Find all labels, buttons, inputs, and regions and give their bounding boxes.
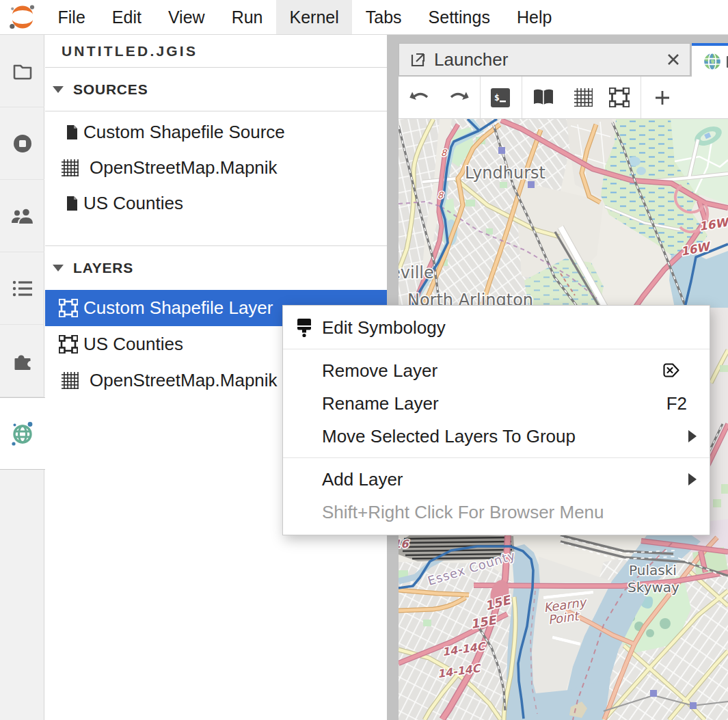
tab-launcher-label: Launcher	[434, 49, 666, 70]
menu-divider	[283, 457, 710, 458]
sidebar-tab-extensions[interactable]	[0, 325, 44, 397]
jupyter-logo	[8, 3, 38, 31]
list-icon	[12, 280, 33, 297]
collapse-caret-icon	[53, 86, 64, 93]
menu-settings[interactable]: Settings	[415, 0, 503, 34]
vector-layer-icon	[59, 335, 78, 354]
layers-section-header[interactable]: LAYERS	[45, 246, 387, 290]
menu-bar: File Edit View Run Kernel Tabs Settings …	[0, 0, 728, 35]
label-lyndhurst: Lyndhurst	[465, 163, 545, 183]
menu-kernel[interactable]: Kernel	[276, 0, 352, 34]
plus-icon	[654, 90, 671, 106]
left-sidebar	[0, 35, 44, 720]
submenu-arrow-icon	[688, 473, 697, 485]
submenu-arrow-icon	[688, 430, 697, 442]
globe-icon	[9, 420, 36, 447]
toolbar-separator	[480, 77, 481, 118]
sidebar-tab-jupytergis[interactable]	[0, 397, 45, 470]
menu-items: File Edit View Run Kernel Tabs Settings …	[44, 0, 565, 34]
vector-square-icon	[609, 88, 630, 107]
vector-layer-icon	[59, 299, 78, 317]
menu-run[interactable]: Run	[218, 0, 276, 34]
open-book-icon	[532, 89, 554, 107]
menu-item-move-layers-to-group[interactable]: Move Selected Layers To Group	[283, 420, 710, 453]
stop-circle-icon	[12, 133, 33, 154]
sidebar-tab-running[interactable]	[0, 107, 44, 180]
file-icon	[66, 196, 78, 211]
source-item[interactable]: Custom Shapefile Source	[45, 114, 387, 150]
toolbar-separator	[641, 77, 641, 118]
add-button[interactable]	[650, 77, 675, 118]
menu-view[interactable]: View	[154, 0, 218, 34]
menu-item-browser-menu-hint: Shift+Right Click For Browser Menu	[283, 496, 710, 529]
raster-grid-icon	[62, 372, 79, 389]
layer-context-menu: Edit Symbology Remove Layer Rename Layer…	[282, 305, 710, 535]
puzzle-icon	[12, 351, 33, 371]
menu-tabs[interactable]: Tabs	[352, 0, 415, 34]
terminal-button[interactable]: $	[489, 77, 512, 118]
collapse-caret-icon	[53, 265, 64, 271]
source-item[interactable]: OpenStreetMap.Mapnik	[45, 150, 387, 185]
terminal-icon: $	[491, 88, 510, 107]
raster-grid-icon	[574, 88, 593, 107]
menu-file[interactable]: File	[44, 0, 98, 34]
menu-help[interactable]: Help	[503, 0, 565, 34]
users-icon	[11, 207, 34, 225]
folder-icon	[12, 62, 33, 80]
launcher-icon	[411, 52, 426, 67]
jupytergis-globe-icon	[703, 52, 722, 71]
menu-item-rename-layer[interactable]: Rename Layer F2	[283, 387, 710, 420]
sidebar-tab-collaborators[interactable]	[0, 180, 44, 252]
redo-icon	[447, 90, 469, 105]
menu-divider	[283, 349, 710, 349]
toolbar-separator	[522, 77, 522, 118]
shortcut-f2: F2	[666, 393, 687, 414]
sources-header-label: SOURCES	[73, 81, 148, 98]
undo-icon	[409, 90, 431, 105]
svg-text:$: $	[494, 92, 500, 103]
redo-button[interactable]	[446, 77, 470, 118]
identify-button[interactable]	[530, 77, 557, 118]
label-belleville: eville	[399, 263, 434, 282]
source-item[interactable]: US Counties	[45, 185, 387, 221]
tab-untitled-jgis[interactable]	[692, 43, 728, 77]
remove-tag-icon	[663, 363, 679, 377]
label-skyway: Skyway	[628, 579, 679, 596]
sidebar-tab-toc[interactable]	[0, 252, 44, 325]
tab-launcher[interactable]: Launcher	[399, 43, 690, 76]
menu-item-remove-layer[interactable]: Remove Layer	[283, 354, 710, 387]
sidebar-tab-file-browser[interactable]	[0, 35, 44, 107]
brush-icon	[293, 317, 315, 339]
panel-title: UNTITLED.JGIS	[45, 35, 387, 68]
close-icon[interactable]	[666, 52, 681, 67]
sources-list: Custom Shapefile Source OpenStreetMap.Ma…	[45, 111, 387, 221]
menu-item-add-layer[interactable]: Add Layer	[283, 463, 710, 496]
label-pulaski: Pulaski	[629, 562, 677, 578]
undo-button[interactable]	[408, 77, 433, 118]
file-icon	[66, 125, 78, 139]
vector-select-button[interactable]	[606, 77, 633, 118]
menu-item-edit-symbology[interactable]: Edit Symbology	[283, 311, 710, 344]
menu-edit[interactable]: Edit	[98, 0, 154, 34]
sources-section-header[interactable]: SOURCES	[45, 68, 387, 111]
raster-grid-button[interactable]	[569, 77, 597, 118]
document-toolbar: $	[399, 77, 728, 119]
raster-grid-icon	[62, 159, 79, 176]
label-16: 16	[399, 537, 409, 550]
layers-header-label: LAYERS	[73, 260, 133, 276]
